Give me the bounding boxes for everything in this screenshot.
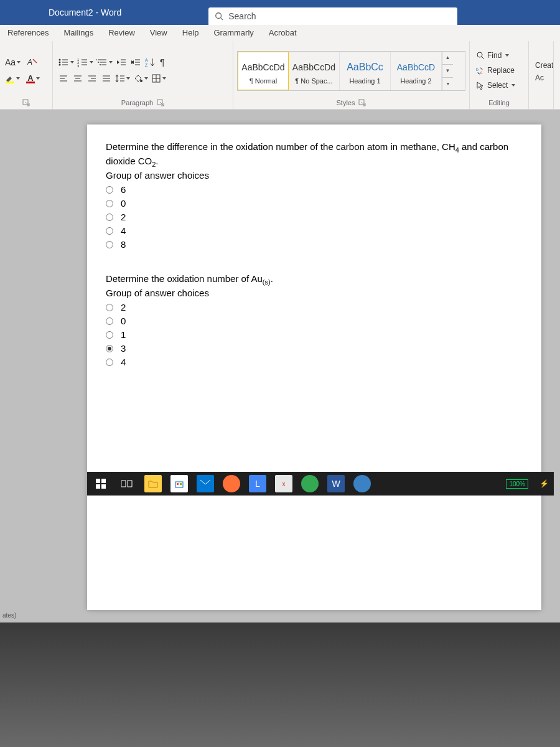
svg-point-53 <box>477 52 482 57</box>
tab-help[interactable]: Help <box>175 26 207 41</box>
style-no-spacing[interactable]: AaBbCcDd ¶ No Spac... <box>289 52 340 90</box>
svg-text:3: 3 <box>77 64 80 67</box>
q2-choice-1[interactable]: 0 <box>106 314 523 328</box>
page[interactable]: Determine the difference in the oxidatio… <box>87 125 541 610</box>
style-heading1[interactable]: AaBbCc Heading 1 <box>340 52 391 90</box>
tab-references[interactable]: References <box>0 26 56 41</box>
explorer-button[interactable] <box>144 475 162 492</box>
show-marks-button[interactable]: ¶ <box>157 55 171 70</box>
line-spacing-icon <box>115 73 125 83</box>
increase-indent-button[interactable] <box>129 55 142 70</box>
q1-choice-2[interactable]: 2 <box>106 210 523 224</box>
q1-choice-4[interactable]: 8 <box>106 238 523 251</box>
q1-choice-0[interactable]: 6 <box>106 183 523 197</box>
svg-point-7 <box>59 63 61 65</box>
store-icon <box>175 479 184 488</box>
svg-point-6 <box>59 61 61 63</box>
align-right-button[interactable] <box>85 71 99 86</box>
q1-choices: 6 0 2 4 8 <box>106 183 523 251</box>
mail-icon <box>200 480 210 487</box>
svg-line-54 <box>482 57 484 59</box>
styles-dialog-launcher[interactable] <box>358 99 366 106</box>
taskview-icon <box>121 479 133 488</box>
folder-icon <box>148 479 158 488</box>
task-view-button[interactable] <box>118 475 136 492</box>
svg-rect-59 <box>96 484 100 489</box>
start-button[interactable] <box>92 475 110 492</box>
line-spacing-button[interactable] <box>114 71 131 86</box>
left-status-text: ates) <box>2 612 16 619</box>
style-normal[interactable]: AaBbCcDd ¶ Normal <box>238 52 289 90</box>
store-button[interactable] <box>170 475 188 492</box>
svg-text:A: A <box>145 58 148 62</box>
align-center-button[interactable] <box>71 71 85 86</box>
ribbon: Aa A A <box>0 41 560 110</box>
change-case-button[interactable]: Aa <box>4 55 22 70</box>
search-box[interactable]: Search <box>208 7 457 25</box>
svg-point-0 <box>216 13 222 19</box>
q2-choice-0[interactable]: 2 <box>106 301 523 314</box>
tab-review[interactable]: Review <box>101 26 142 41</box>
mail-button[interactable] <box>197 475 214 492</box>
align-left-button[interactable] <box>57 71 70 86</box>
tab-view[interactable]: View <box>142 26 175 41</box>
browser-button[interactable] <box>353 475 371 492</box>
tab-grammarly[interactable]: Grammarly <box>207 26 261 41</box>
find-icon <box>476 51 485 60</box>
q2-choice-4[interactable]: 4 <box>106 355 523 369</box>
windows-icon <box>96 479 106 489</box>
highlight-button[interactable] <box>4 71 21 86</box>
select-button[interactable]: Select <box>474 78 525 92</box>
question-1: Determine the difference in the oxidatio… <box>106 141 523 251</box>
svg-rect-63 <box>175 482 183 487</box>
svg-rect-60 <box>101 484 106 489</box>
gallery-more[interactable]: ▾ <box>442 78 453 90</box>
justify-button[interactable] <box>100 71 113 86</box>
multilevel-list-button[interactable] <box>95 55 114 70</box>
paint-bucket-icon <box>133 73 143 83</box>
app-l-button[interactable]: L <box>249 475 266 492</box>
bullets-button[interactable] <box>57 55 75 70</box>
sort-button[interactable]: AZ <box>143 55 157 70</box>
style-heading2[interactable]: AaBbCcD Heading 2 <box>391 52 442 90</box>
font-color-button[interactable]: A <box>25 71 41 86</box>
gallery-up[interactable]: ▲ <box>442 52 453 65</box>
svg-text:b: b <box>476 67 478 72</box>
q2-choice-2[interactable]: 1 <box>106 328 523 342</box>
word-button[interactable]: W <box>327 475 345 492</box>
document-area[interactable]: Determine the difference in the oxidatio… <box>0 110 560 626</box>
group-partial: Creat Ac <box>529 41 554 109</box>
window-title: Document2 - Word <box>49 7 121 17</box>
svg-rect-61 <box>121 481 126 487</box>
align-left-icon <box>58 73 68 83</box>
paragraph-dialog-launcher[interactable] <box>157 99 164 106</box>
font-dialog-launcher[interactable] <box>22 99 30 106</box>
partial-a: Creat <box>533 59 549 70</box>
find-button[interactable]: Find <box>474 49 525 62</box>
svg-rect-62 <box>128 481 132 487</box>
indent-icon <box>131 57 141 67</box>
svg-rect-65 <box>180 483 182 485</box>
gallery-down[interactable]: ▼ <box>442 65 453 78</box>
tab-mailings[interactable]: Mailings <box>56 26 101 41</box>
edge-button[interactable] <box>301 475 319 492</box>
decrease-indent-button[interactable] <box>114 55 128 70</box>
borders-button[interactable] <box>150 71 167 86</box>
select-icon <box>476 81 485 90</box>
q2-choice-3[interactable]: 3 <box>106 342 523 355</box>
q1-group-label: Group of answer choices <box>106 169 523 182</box>
q1-choice-3[interactable]: 4 <box>106 224 523 238</box>
app-x-button[interactable]: x <box>275 475 292 492</box>
question-2: Determine the oxidation number of Au(s).… <box>106 273 523 369</box>
numbering-button[interactable]: 123 <box>76 55 95 70</box>
clear-formatting-button[interactable]: A <box>26 55 39 70</box>
q1-choice-1[interactable]: 0 <box>106 197 523 210</box>
shading-button[interactable] <box>132 71 149 86</box>
replace-button[interactable]: bc Replace <box>474 63 525 77</box>
bullets-icon <box>58 57 69 67</box>
align-right-icon <box>87 73 97 83</box>
q1-text: Determine the difference in the oxidatio… <box>106 141 523 169</box>
tab-acrobat[interactable]: Acrobat <box>261 26 304 41</box>
firefox-button[interactable] <box>223 475 240 492</box>
multilevel-icon <box>96 57 108 67</box>
